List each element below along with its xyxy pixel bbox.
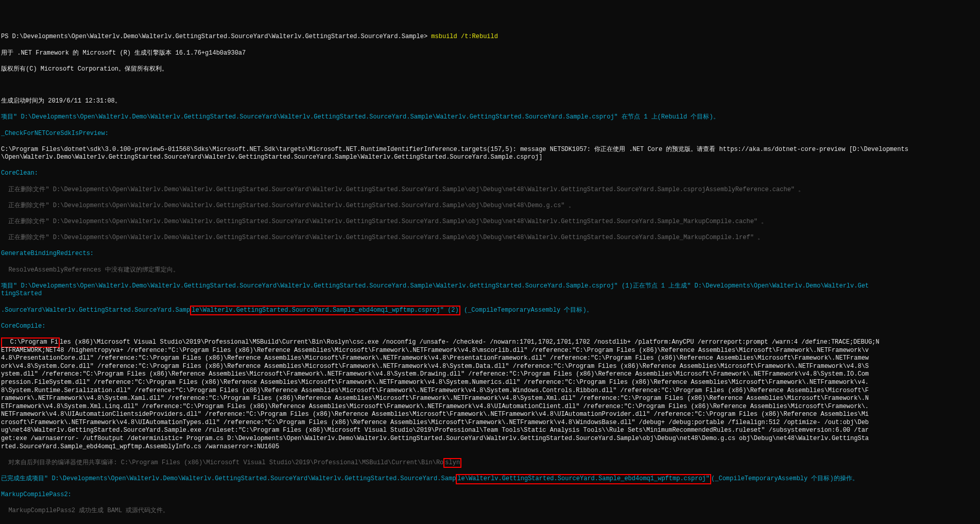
- shared-compile-1-line: 对来自后列目录的编译器使用共享编译: C:\Program Files (x86…: [1, 459, 979, 467]
- section-checknet: _CheckForNETCoreSdkIsPreview:: [1, 130, 979, 138]
- header-1: 用于 .NET Framework 的 Microsoft (R) 生成引擎版本…: [1, 49, 979, 58]
- build-start: 生成启动时间为 2019/6/11 12:31:08。: [1, 97, 979, 106]
- highlight-box-3: le\Walterlv.GettingStarted.SourceYard.Sa…: [456, 474, 711, 484]
- project-2-boxline: .SourceYard\Walterlv.GettingStarted.Sour…: [1, 307, 979, 315]
- genbind-text: ResolveAssemblyReferences 中没有建议的绑定重定向。: [1, 266, 979, 275]
- highlight-box-3a: slyn: [443, 458, 461, 468]
- section-corecompile-1: CoreCompile:: [1, 323, 979, 331]
- coreclean-4: 正在删除文件" D:\Developments\Open\Walterlv.De…: [1, 234, 979, 242]
- section-coreclean: CoreClean:: [1, 170, 979, 178]
- corecompile-1: C:\Program Files (x86)\Microsoft Visual …: [1, 339, 979, 451]
- coreclean-3: 正在删除文件" D:\Developments\Open\Walterlv.De…: [1, 218, 979, 226]
- header-2: 版权所有(C) Microsoft Corporation。保留所有权利。: [1, 65, 979, 74]
- project-1: 项目" D:\Developments\Open\Walterlv.Demo\W…: [1, 113, 979, 122]
- prompt-path: PS D:\Developments\Open\Walterlv.Demo\Wa…: [1, 33, 427, 40]
- section-markup: MarkupCompilePass2:: [1, 491, 979, 499]
- coreclean-1: 正在删除文件" D:\Developments\Open\Walterlv.De…: [1, 186, 979, 194]
- coreclean-2: 正在删除文件" D:\Developments\Open\Walterlv.De…: [1, 202, 979, 210]
- prompt-line: PS D:\Developments\Open\Walterlv.Demo\Wa…: [1, 33, 979, 41]
- project-2-pre: 项目" D:\Developments\Open\Walterlv.Demo\W…: [1, 282, 979, 298]
- done-1: 已完成生成项目" D:\Developments\Open\Walterlv.D…: [1, 475, 979, 483]
- checknet-text: C:\Program Files\dotnet\sdk\3.0.100-prev…: [1, 146, 979, 162]
- section-genbind: GenerateBindingRedirects:: [1, 250, 979, 258]
- markup-text: MarkupCompilePass2 成功生成 BAML 或源代码文件。: [1, 507, 979, 515]
- prompt-command[interactable]: msbuild /t:Rebuild: [427, 33, 498, 40]
- highlight-box-1: le\Walterlv.GettingStarted.SourceYard.Sa…: [190, 306, 460, 316]
